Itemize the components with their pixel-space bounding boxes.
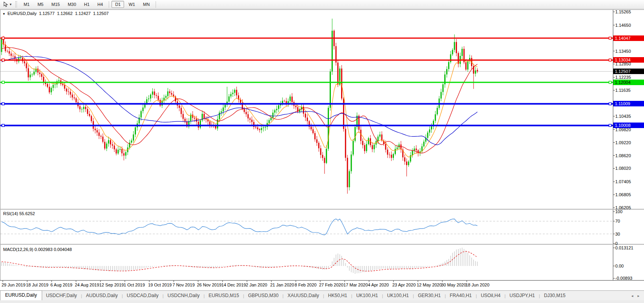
timeframe-button-h4[interactable]: H4 <box>94 1 106 8</box>
symbol-tab-uk100-h1[interactable]: UK100,H1 <box>383 291 413 300</box>
moving-average-line-20 <box>2 48 477 153</box>
symbol-tab-ger30-h1[interactable]: GER30,H1 <box>414 291 445 300</box>
line-handle[interactable] <box>2 59 4 61</box>
date-tick-label[interactable]: 14 Dec 2019 <box>221 283 246 287</box>
chart-canvas[interactable] <box>0 0 644 303</box>
price-level-flag: 1.14047 <box>613 35 644 41</box>
date-tick-label[interactable]: 18 Jun 2020 <box>466 283 490 287</box>
symbol-tab-dj30-m15[interactable]: DJ30,M15 <box>540 291 570 300</box>
dropdown-caret-icon[interactable]: ▼ <box>9 3 12 6</box>
symbol-tab-eurusd-daily[interactable]: EURUSD,Daily <box>0 290 42 300</box>
price-tick-label: 1.09220 <box>615 140 631 145</box>
macd-histogram-layer <box>2 248 477 274</box>
date-tick-label[interactable]: 30 May 2020 <box>441 283 466 287</box>
symbol-tab-audusd-daily[interactable]: AUDUSD,Daily <box>82 291 122 300</box>
line-handle[interactable] <box>2 81 4 84</box>
macd-tick-label: 0.00 <box>615 264 624 268</box>
symbol-tab-hk50-h1[interactable]: HK50,H1 <box>324 291 351 300</box>
rsi-tick-label: 70 <box>615 219 620 223</box>
line-handle[interactable] <box>609 37 611 39</box>
ohlc-high: 1.12662 <box>57 11 73 16</box>
timeframe-button-group: M1M5M15M30H1H4D1W1MN <box>20 1 158 8</box>
cursor-arrow-icon <box>3 2 8 7</box>
tab-scroll-right-button[interactable]: ► <box>637 294 640 298</box>
window-bottom-strip <box>0 300 644 303</box>
date-tick-label[interactable]: 26 Nov 2019 <box>197 283 221 287</box>
symbol-tab-eurusd-m15[interactable]: EURUSD,M15 <box>205 291 243 300</box>
date-tick-label[interactable]: 27 Feb 2020 <box>319 283 343 287</box>
timeframe-button-w1[interactable]: W1 <box>125 1 139 8</box>
date-tick-label[interactable]: 8 Feb 2020 <box>295 283 317 287</box>
chart-header: ▼EURUSD,Daily1.125771.126621.124271.1250… <box>2 11 111 16</box>
symbol-tab-usdcnh-daily[interactable]: USDCNH,Daily <box>163 291 203 300</box>
tab-scroll-arrows: ◄ ► <box>631 294 644 300</box>
trading-platform-window: ▼ M1M5M15M30H1H4D1W1MN ▼EURUSD,Daily1.12… <box>0 0 644 303</box>
price-tick-label: 1.08620 <box>615 153 631 158</box>
price-tick-label: 1.09820 <box>615 127 631 132</box>
panel-separator[interactable] <box>0 209 644 210</box>
timeframe-button-m15[interactable]: M15 <box>48 1 63 8</box>
symbol-tab-xauusd-daily[interactable]: XAUUSD,Daily <box>284 291 323 300</box>
timeframe-button-mn[interactable]: MN <box>139 1 153 8</box>
ohlc-open: 1.12577 <box>39 11 55 16</box>
symbol-tab-usdchf-daily[interactable]: USDCHF,Daily <box>42 291 81 300</box>
price-tick-label: 1.07405 <box>615 179 631 184</box>
symbol-tab-usdjpy-h1[interactable]: USDJPY,H1 <box>506 291 539 300</box>
symbol-tab-fra40-h1[interactable]: FRA40,H1 <box>446 291 476 300</box>
price-tick-label: 1.12235 <box>615 75 631 80</box>
rsi-tick-label: 100 <box>615 209 622 214</box>
timeframe-button-h1[interactable]: H1 <box>80 1 93 8</box>
symbol-tab-uk100-h1[interactable]: UK100,H1 <box>352 291 382 300</box>
price-level-flag: 1.10008 <box>613 123 644 128</box>
date-tick-label[interactable]: 12 Sep 2019 <box>99 283 124 287</box>
line-handle[interactable] <box>2 37 4 39</box>
date-tick-label[interactable]: 29 Jun 2019 <box>2 283 26 287</box>
date-tick-label[interactable]: 18 Jul 2019 <box>26 283 48 287</box>
price-tick-label: 1.11635 <box>615 88 631 93</box>
price-tick-label: 1.06805 <box>615 192 631 197</box>
macd-signal-line <box>2 251 477 271</box>
line-handle[interactable] <box>2 102 4 105</box>
line-handle[interactable] <box>609 102 611 105</box>
tab-scroll-left-button[interactable]: ◄ <box>631 294 634 298</box>
price-tick-label: 1.13450 <box>615 49 631 54</box>
drawing-tool-button[interactable]: ▼ <box>2 1 14 7</box>
line-handle[interactable] <box>2 124 4 126</box>
macd-tick-label: -0.00893 <box>615 276 632 281</box>
date-tick-label[interactable]: 6 Aug 2019 <box>50 283 72 287</box>
chart-symbol-title: EURUSD,Daily <box>7 11 37 16</box>
price-level-flag: 1.11009 <box>613 101 644 106</box>
date-tick-label[interactable]: 12 May 2020 <box>417 283 442 287</box>
symbol-tab-gbpusd-m30[interactable]: GBPUSD,M30 <box>244 291 282 300</box>
symbol-tab-usdcad-daily[interactable]: USDCAD,Daily <box>123 291 163 300</box>
line-handle[interactable] <box>609 81 611 84</box>
timeframe-button-m5[interactable]: M5 <box>34 1 47 8</box>
toolbar-grip[interactable] <box>15 1 17 7</box>
line-handle[interactable] <box>609 124 611 126</box>
date-tick-label[interactable]: 19 Oct 2019 <box>148 283 172 287</box>
panel-separator[interactable] <box>0 244 644 245</box>
date-tick-label[interactable]: 17 Mar 2020 <box>343 283 368 287</box>
timeframe-button-m30[interactable]: M30 <box>64 1 80 8</box>
date-tick-label[interactable]: 1 Oct 2019 <box>124 283 145 287</box>
timeframe-button-m1[interactable]: M1 <box>20 1 33 8</box>
price-tick-label: 1.06205 <box>615 205 631 210</box>
timeframe-button-d1[interactable]: D1 <box>111 1 124 8</box>
price-tick-label: 1.15265 <box>615 9 631 14</box>
line-handle[interactable] <box>609 59 611 61</box>
date-tick-label[interactable]: 7 Nov 2019 <box>173 283 195 287</box>
ohlc-low: 1.12427 <box>75 11 91 16</box>
chart-menu-caret-icon[interactable]: ▼ <box>2 12 6 16</box>
date-tick-label[interactable]: 24 Aug 2019 <box>75 283 99 287</box>
rsi-indicator-label: RSI(14) 55.6252 <box>3 211 35 216</box>
rsi-line <box>2 219 477 235</box>
date-tick-label[interactable]: 21 Jan 2020 <box>270 283 294 287</box>
price-tick-label: 1.08020 <box>615 166 631 171</box>
date-tick-label[interactable]: 2 Jan 2020 <box>246 283 267 287</box>
candlesticks-layer <box>1 19 478 193</box>
date-tick-label[interactable]: 4 Apr 2020 <box>368 283 389 287</box>
moving-average-line-50 <box>2 56 477 145</box>
date-tick-label[interactable]: 23 Apr 2020 <box>392 283 416 287</box>
symbol-tab-usoil-h4[interactable]: USOil,H4 <box>477 291 505 300</box>
current-price-flag: 1.12507 <box>613 69 644 74</box>
